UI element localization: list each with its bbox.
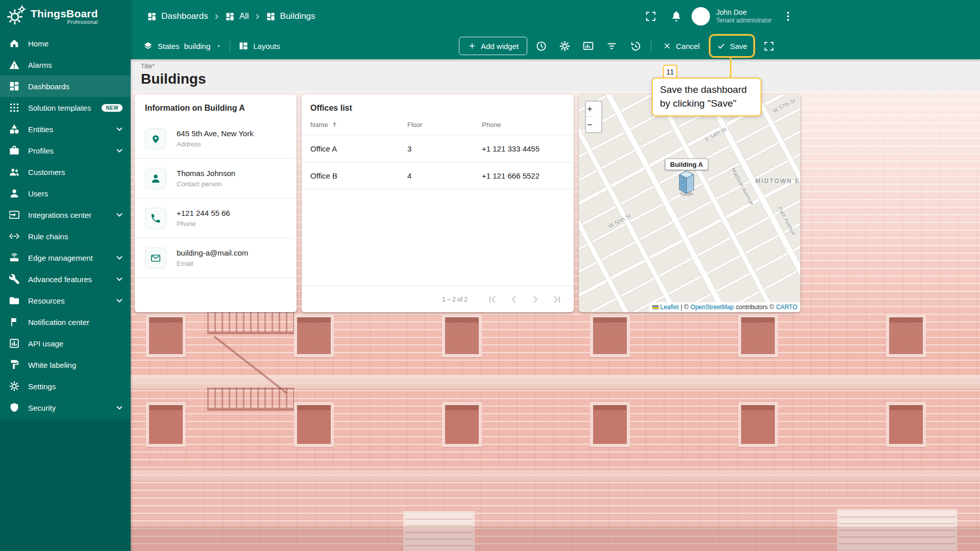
sidebar-item-white-labeling[interactable]: White labeling bbox=[0, 354, 131, 375]
more-menu-button[interactable] bbox=[778, 6, 798, 27]
chevron-right-icon bbox=[213, 13, 220, 20]
next-page-button[interactable] bbox=[525, 289, 546, 310]
sidebar-item-integrations-center[interactable]: Integrations center bbox=[0, 204, 131, 226]
dashboards-icon bbox=[225, 12, 235, 21]
info-label: Address bbox=[177, 140, 254, 148]
photo-window bbox=[738, 314, 778, 357]
district-label: MIDTOWN EAS bbox=[755, 178, 800, 185]
info-value: building-a@mail.com bbox=[177, 248, 248, 257]
first-page-button[interactable] bbox=[482, 289, 503, 310]
sidebar-item-resources[interactable]: Resources bbox=[0, 290, 131, 311]
cancel-button[interactable]: Cancel bbox=[657, 37, 705, 55]
sidebar-item-api-usage[interactable]: API usage bbox=[0, 333, 131, 354]
notifications-button[interactable] bbox=[666, 6, 687, 27]
sidebar-item-settings[interactable]: Settings bbox=[0, 375, 131, 397]
sidebar-item-users[interactable]: Users bbox=[0, 183, 131, 204]
rule-chain-icon bbox=[8, 231, 20, 242]
states-selector[interactable]: States building bbox=[143, 41, 222, 51]
chevron-left-icon bbox=[508, 293, 520, 306]
widget-map[interactable]: E 54th St W 57th St W 50th St Madison Av… bbox=[579, 94, 800, 312]
sidebar-item-edge-management[interactable]: Edge management bbox=[0, 247, 131, 268]
sidebar-item-advanced-features[interactable]: Advanced features bbox=[0, 268, 131, 290]
building-marker-icon[interactable] bbox=[675, 170, 698, 198]
map-canvas[interactable]: E 54th St W 57th St W 50th St Madison Av… bbox=[579, 94, 800, 312]
page-title[interactable]: Buildings bbox=[141, 71, 206, 87]
sidebar-item-notification-center[interactable]: Notification center bbox=[0, 311, 131, 333]
clock-icon bbox=[535, 40, 547, 52]
page-range-label: 1 – 2 of 2 bbox=[442, 296, 468, 303]
photo-window bbox=[590, 402, 630, 447]
breadcrumb-dashboards[interactable]: Dashboards bbox=[147, 11, 208, 21]
save-button-highlight-ring: Save bbox=[709, 34, 755, 58]
attribution-text: | © bbox=[681, 304, 689, 311]
cell-floor: 3 bbox=[407, 144, 482, 153]
time-window-button[interactable] bbox=[531, 36, 551, 56]
widget-building-info[interactable]: Information on Building A 645 5th Ave, N… bbox=[135, 94, 297, 312]
divider bbox=[230, 39, 230, 53]
fullscreen-button[interactable] bbox=[641, 6, 661, 27]
map-marker-label[interactable]: Building A bbox=[665, 159, 708, 170]
breadcrumb-buildings[interactable]: Buildings bbox=[266, 11, 315, 21]
version-history-button[interactable] bbox=[625, 36, 645, 56]
warning-icon bbox=[8, 59, 20, 70]
sidebar-item-rule-chains[interactable]: Rule chains bbox=[0, 226, 131, 247]
app-logo[interactable]: ThingsBoard Professional bbox=[0, 0, 131, 33]
column-phone[interactable]: Phone bbox=[482, 121, 565, 129]
folder-icon bbox=[8, 295, 20, 306]
photo-window bbox=[294, 314, 334, 357]
leaflet-link[interactable]: Leaflet bbox=[660, 304, 679, 311]
info-item-phone: +121 244 55 66 Phone bbox=[135, 198, 297, 238]
save-button[interactable]: Save bbox=[712, 37, 752, 55]
layouts-button[interactable]: Layouts bbox=[238, 41, 280, 51]
entity-aliases-button[interactable] bbox=[578, 36, 598, 56]
expand-dashboard-button[interactable] bbox=[759, 36, 778, 56]
dashboards-icon bbox=[266, 12, 276, 21]
dashboard-title-bar: Title* Buildings bbox=[131, 59, 980, 92]
photo-fire-escape bbox=[207, 388, 294, 408]
previous-page-button[interactable] bbox=[503, 289, 525, 310]
photo-window bbox=[590, 314, 630, 357]
fullscreen-icon bbox=[645, 10, 657, 22]
plus-icon bbox=[468, 41, 477, 51]
breadcrumb-all[interactable]: All bbox=[225, 11, 249, 21]
column-floor[interactable]: Floor bbox=[407, 121, 482, 129]
location-pin-icon bbox=[145, 128, 166, 149]
plus-icon bbox=[586, 105, 594, 113]
sidebar-item-solution-templates[interactable]: Solution templates NEW bbox=[0, 97, 131, 118]
apps-icon bbox=[8, 102, 20, 113]
table-row[interactable]: Office A 3 +1 121 333 4455 bbox=[302, 135, 574, 162]
add-widget-button[interactable]: Add widget bbox=[459, 37, 527, 55]
map-attribution: Leaflet | © OpenStreetMap contributors ©… bbox=[649, 302, 801, 312]
person-icon bbox=[145, 168, 166, 189]
carto-link[interactable]: CARTO bbox=[776, 304, 797, 311]
info-label: Phone bbox=[177, 220, 230, 228]
filters-button[interactable] bbox=[602, 36, 621, 56]
dashboard-settings-button[interactable] bbox=[555, 36, 574, 56]
widget-offices-list[interactable]: Offices list Name Floor Phone Office A 3… bbox=[302, 94, 574, 312]
table-row[interactable]: Office B 4 +1 121 666 5522 bbox=[302, 162, 574, 189]
last-page-icon bbox=[551, 293, 563, 306]
spacer bbox=[302, 189, 574, 286]
zoom-in-button[interactable] bbox=[586, 102, 594, 117]
openstreetmap-link[interactable]: OpenStreetMap bbox=[691, 304, 734, 311]
shield-icon bbox=[8, 402, 20, 413]
sidebar-item-home[interactable]: Home bbox=[0, 33, 131, 54]
sidebar-item-dashboards[interactable]: Dashboards bbox=[0, 76, 131, 97]
sidebar-item-security[interactable]: Security bbox=[0, 397, 131, 418]
bell-icon bbox=[670, 10, 682, 22]
entities-icon bbox=[8, 123, 20, 135]
user-info[interactable]: John Doe Tenant administrator bbox=[716, 8, 772, 25]
cell-phone: +1 121 666 5522 bbox=[482, 171, 565, 180]
photo-detail bbox=[131, 470, 980, 481]
cell-name: Office B bbox=[310, 171, 407, 180]
avatar[interactable] bbox=[692, 7, 710, 26]
sidebar-item-entities[interactable]: Entities bbox=[0, 118, 131, 140]
sidebar-item-customers[interactable]: Customers bbox=[0, 161, 131, 183]
widget-title: Information on Building A bbox=[135, 94, 297, 119]
zoom-out-button[interactable] bbox=[586, 117, 594, 132]
column-name[interactable]: Name bbox=[310, 121, 407, 129]
photo-window bbox=[886, 402, 926, 447]
sidebar-item-profiles[interactable]: Profiles bbox=[0, 140, 131, 161]
sidebar-item-alarms[interactable]: Alarms bbox=[0, 54, 131, 76]
last-page-button[interactable] bbox=[546, 289, 568, 310]
